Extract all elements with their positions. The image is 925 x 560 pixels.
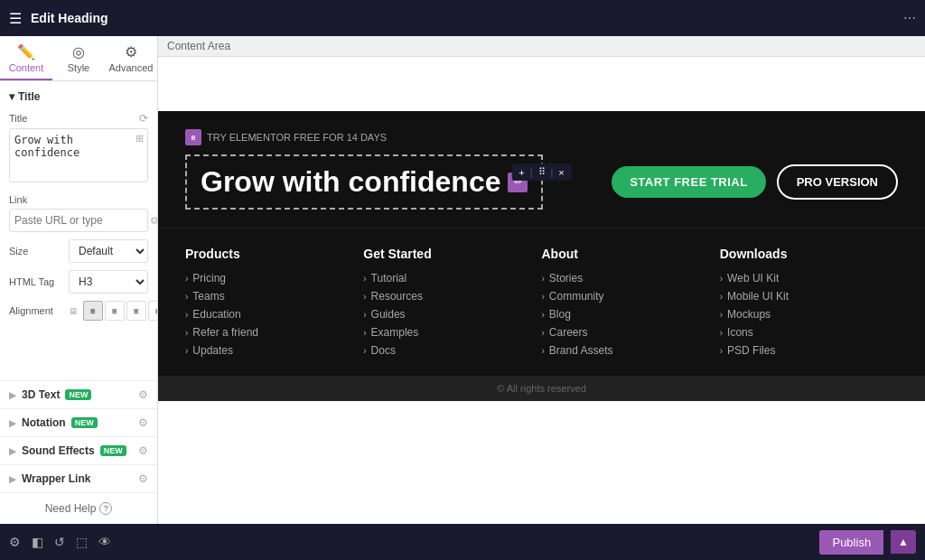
collapsible-notation[interactable]: ▶ Notation NEW ⚙ xyxy=(0,408,157,436)
float-move-btn[interactable]: ⠿ xyxy=(538,166,546,178)
title-field-label-row: Title ⟳ xyxy=(9,112,148,125)
collapsible-arrow-sound: ▶ xyxy=(9,446,16,456)
align-justify-btn[interactable]: ≡ xyxy=(148,301,157,321)
footer-link[interactable]: ›Guides xyxy=(363,308,541,321)
collapsible-wrapper-text: Wrapper Link xyxy=(22,472,90,485)
footer-link-brand-assets[interactable]: ›Brand Assets xyxy=(542,344,720,357)
footer-link[interactable]: ›Tutorial xyxy=(363,272,541,285)
top-bar-left: ☰ Edit Heading xyxy=(9,10,108,27)
align-left-btn[interactable]: ≡ xyxy=(83,301,103,321)
html-tag-select[interactable]: H1 H2 H3 H4 H5 H6 xyxy=(69,270,148,294)
link-text: Teams xyxy=(192,290,224,303)
footer-link[interactable]: ›Community xyxy=(542,290,720,303)
footer-link[interactable]: ›Docs xyxy=(363,344,541,357)
content-area-label: Content Area xyxy=(158,36,925,57)
footer-link[interactable]: ›Mockups xyxy=(720,308,898,321)
link-text: Tutorial xyxy=(371,272,407,285)
link-arrow: › xyxy=(720,346,723,356)
footer-link[interactable]: ›Careers xyxy=(542,326,720,339)
start-free-trial-button[interactable]: START FREE TRIAL xyxy=(612,166,766,198)
footer-link[interactable]: ›Pricing xyxy=(185,272,363,285)
footer-link[interactable]: ›Refer a friend xyxy=(185,326,363,339)
collapsible-sound-icon: ⚙ xyxy=(138,444,148,457)
title-section-header: ▾ Title xyxy=(9,90,148,103)
tab-content[interactable]: ✏️ Content xyxy=(0,36,52,80)
footer-link[interactable]: ›Education xyxy=(185,308,363,321)
link-text: Careers xyxy=(549,326,588,339)
publish-button[interactable]: Publish xyxy=(819,530,883,555)
footer-link[interactable]: ›Blog xyxy=(542,308,720,321)
responsive-icon[interactable]: ⬚ xyxy=(76,535,88,549)
link-text: Education xyxy=(192,308,240,321)
footer-get-started-title: Get Started xyxy=(363,247,541,261)
footer-link[interactable]: ›Icons xyxy=(720,326,898,339)
link-text: Resources xyxy=(371,290,423,303)
main-area: ✏️ Content ◎ Style ⚙ Advanced ▾ Title xyxy=(0,36,925,524)
textarea-expand-icon[interactable]: ⊞ xyxy=(135,133,144,145)
grid-icon[interactable]: ⋯ xyxy=(903,11,916,25)
link-arrow: › xyxy=(185,310,188,320)
bottom-toolbar-right: Publish ▲ xyxy=(819,530,916,555)
footer-link[interactable]: ›Web UI Kit xyxy=(720,272,898,285)
cta-buttons: START FREE TRIAL PRO VERSION xyxy=(612,164,898,200)
collapsible-wrapper-label-group: ▶ Wrapper Link xyxy=(9,472,90,485)
link-arrow: › xyxy=(542,292,545,302)
footer-link[interactable]: ›Examples xyxy=(363,326,541,339)
collapsible-arrow-wrapper: ▶ xyxy=(9,474,16,484)
device-icon[interactable]: 🖥 xyxy=(69,306,78,316)
footer-col-downloads: Downloads ›Web UI Kit ›Mobile UI Kit ›Mo… xyxy=(720,247,898,362)
float-add-btn[interactable]: + xyxy=(519,167,524,178)
link-arrow: › xyxy=(720,310,723,320)
collapsible-3d-text[interactable]: ▶ 3D Text NEW ⚙ xyxy=(0,380,157,408)
title-section-label: Title xyxy=(18,90,40,103)
collapsible-sound-label-group: ▶ Sound Effects NEW xyxy=(9,444,126,457)
layers-icon[interactable]: ◧ xyxy=(32,535,43,549)
title-textarea[interactable]: Grow with confidence xyxy=(9,128,148,182)
link-icons: ⚙ 🗑 xyxy=(150,215,157,227)
footer-link[interactable]: ›Teams xyxy=(185,290,363,303)
content-tab-label: Content xyxy=(9,62,44,73)
history-icon[interactable]: ↺ xyxy=(54,535,65,549)
collapsible-wrapper-link[interactable]: ▶ Wrapper Link ⚙ xyxy=(0,464,157,492)
html-tag-label: HTML Tag xyxy=(9,276,63,287)
footer-link[interactable]: ›PSD Files xyxy=(720,344,898,357)
size-select[interactable]: Default Small Medium Large xyxy=(69,239,148,263)
float-separator: | xyxy=(530,167,533,178)
alignment-buttons-group: 🖥 ≡ ≡ ≡ ≡ xyxy=(69,301,157,321)
tab-advanced[interactable]: ⚙ Advanced xyxy=(105,36,157,80)
tab-style[interactable]: ◎ Style xyxy=(52,36,105,80)
collapsible-3d-icon: ⚙ xyxy=(138,388,148,401)
badge-new-sound: NEW xyxy=(100,445,126,456)
collapsible-wrapper-icon: ⚙ xyxy=(138,472,148,485)
link-settings-icon[interactable]: ⚙ xyxy=(150,215,157,227)
link-text: Pricing xyxy=(192,272,226,285)
title-field-icon[interactable]: ⟳ xyxy=(139,112,148,125)
help-icon[interactable]: ? xyxy=(99,502,112,515)
float-close-btn[interactable]: × xyxy=(558,167,564,178)
link-arrow: › xyxy=(542,346,545,356)
footer-link[interactable]: ›Resources xyxy=(363,290,541,303)
settings-icon[interactable]: ⚙ xyxy=(9,535,21,549)
collapsible-sound-effects[interactable]: ▶ Sound Effects NEW ⚙ xyxy=(0,436,157,464)
link-text: Updates xyxy=(192,344,233,357)
link-text: Stories xyxy=(549,272,583,285)
footer-area: Products ›Pricing ›Teams ›Education ›Ref… xyxy=(158,228,925,376)
bottom-toolbar: ⚙ ◧ ↺ ⬚ 👁 Publish ▲ xyxy=(0,524,925,560)
footer-link[interactable]: ›Stories xyxy=(542,272,720,285)
topbar-title: Edit Heading xyxy=(31,11,108,25)
footer-downloads-title: Downloads xyxy=(720,247,898,261)
eye-icon[interactable]: 👁 xyxy=(98,535,111,549)
link-input[interactable] xyxy=(14,214,150,227)
collapsible-arrow-3d: ▶ xyxy=(9,390,16,400)
hamburger-icon[interactable]: ☰ xyxy=(9,10,22,27)
footer-products-title: Products xyxy=(185,247,363,261)
link-arrow: › xyxy=(720,328,723,338)
copyright-bar: © All rights reserved xyxy=(158,376,925,401)
align-right-btn[interactable]: ≡ xyxy=(126,301,146,321)
align-center-btn[interactable]: ≡ xyxy=(105,301,125,321)
link-arrow: › xyxy=(185,292,188,302)
pro-version-button[interactable]: PRO VERSION xyxy=(777,164,898,200)
footer-link[interactable]: ›Mobile UI Kit xyxy=(720,290,898,303)
footer-link[interactable]: ›Updates xyxy=(185,344,363,357)
publish-arrow-button[interactable]: ▲ xyxy=(891,530,916,554)
